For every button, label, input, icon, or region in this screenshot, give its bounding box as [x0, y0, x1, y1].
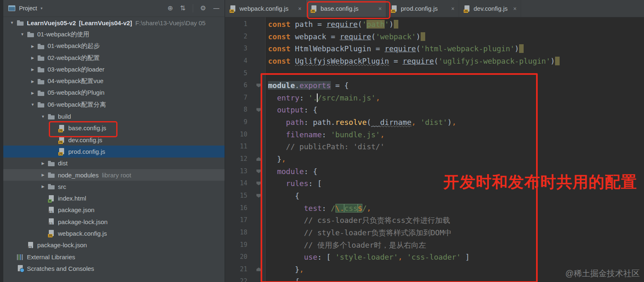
close-icon[interactable]: ×	[378, 5, 382, 12]
fold-marker-icon[interactable]	[256, 84, 261, 87]
tree-item-folder-03-loader[interactable]: ▶03-webpack的loader	[3, 64, 225, 75]
code-token	[268, 179, 286, 188]
fold-marker-icon[interactable]	[256, 108, 261, 112]
tree-item-root[interactable]: ▼LearnVuejs05-v2[LearnVuejs04-v2]F:\shar…	[3, 17, 225, 29]
jsfile-icon	[311, 5, 318, 12]
tree-open-arrow-icon[interactable]: ▼	[7, 21, 17, 25]
code-token: =	[331, 32, 340, 41]
line-number: 21	[225, 263, 247, 276]
tree-item-folder-01-start[interactable]: ▶01-webpack的起步	[3, 41, 225, 52]
tree-closed-arrow-icon[interactable]: ▶	[38, 184, 48, 189]
code-editor[interactable]: 1const path = require('path')2const webp…	[225, 17, 644, 282]
tree-item-build[interactable]: ▼build	[3, 110, 225, 122]
code-token: ,	[366, 204, 371, 213]
tree-item-folder-02-config[interactable]: ▶02-webpack的配置	[3, 52, 225, 64]
code-editor-region: webpack.config.js×base.config.js×prod.co…	[225, 0, 644, 282]
code-token: : [	[317, 253, 335, 261]
code-token: ,	[412, 118, 416, 127]
tree-item-base-config-js[interactable]: base.config.js	[3, 122, 225, 134]
tab-webpack-config-js[interactable]: webpack.config.js×	[225, 0, 306, 17]
tree-item-scratches-and-consoles[interactable]: Scratches and Consoles	[3, 263, 225, 274]
tree-item-index-html[interactable]: index.html	[3, 192, 225, 204]
tree-item-package-json[interactable]: package.json	[3, 204, 225, 216]
tab-label: prod.config.js	[401, 5, 438, 12]
tree-item-package-lock-json[interactable]: package-lock.json	[3, 216, 225, 227]
code-token: /src/main.js'	[317, 93, 376, 102]
code-token: filename	[286, 130, 322, 139]
tree-item-folder-01-usage[interactable]: ▼01-webpack的使用	[3, 29, 225, 40]
code-text: test: /\.css$/,	[268, 202, 371, 215]
tree-item-node-modules[interactable]: ▶node_moduleslibrary root	[3, 169, 225, 181]
line-number: 7	[225, 92, 247, 104]
code-line: 12 },	[225, 153, 644, 165]
tab-prod-config-js[interactable]: prod.config.js×	[386, 0, 459, 17]
close-icon[interactable]: ×	[451, 5, 455, 12]
collapse-all-icon[interactable]: ⇅	[180, 5, 185, 12]
folder-icon	[38, 66, 45, 73]
tree-item-folder-06-split[interactable]: ▼06-webpack配置分离	[3, 99, 225, 110]
code-line: 16 test: /\.css$/,	[225, 202, 644, 215]
line-number: 1	[225, 18, 247, 31]
line-number: 3	[225, 43, 247, 55]
tree-closed-arrow-icon[interactable]: ▶	[38, 161, 48, 165]
fold-marker-icon[interactable]	[256, 268, 261, 271]
code-token: css	[344, 204, 358, 213]
project-tool-window: Project ▼ ⊕⇅⚙— ▼LearnVuejs05-v2[LearnVue…	[3, 0, 225, 282]
code-token: require	[402, 57, 434, 65]
close-icon[interactable]: ×	[298, 5, 302, 12]
tree-item-folder-05-plugin[interactable]: ▶05-webpack的Plugin	[3, 87, 225, 99]
tab-base-config-js[interactable]: base.config.js×	[306, 0, 386, 17]
tree-closed-arrow-icon[interactable]: ▶	[28, 91, 37, 95]
code-token	[394, 20, 398, 29]
tree-closed-arrow-icon[interactable]: ▶	[28, 44, 37, 48]
fold-marker-icon[interactable]	[256, 157, 261, 161]
code-token: 'uglifyjs-webpack-plugin'	[438, 57, 551, 65]
scratch-icon	[17, 265, 24, 272]
tree-item-label: 01-webpack的起步	[48, 42, 100, 50]
locate-icon[interactable]: ⊕	[168, 5, 173, 12]
code-token: // css-loader只负责将css文件进行加载	[304, 216, 450, 225]
tree-closed-arrow-icon[interactable]: ▶	[38, 173, 48, 177]
code-text: rules: [	[268, 177, 322, 190]
code-token	[268, 216, 304, 225]
code-token: require	[326, 20, 358, 29]
tree-item-src[interactable]: ▶src	[3, 181, 225, 192]
tree-item-webpack-config-js[interactable]: webpack.config.js	[3, 227, 225, 239]
tree-item-dev-config-js[interactable]: dev.config.js	[3, 134, 225, 146]
tree-item-package-lock-json-root[interactable]: package-lock.json	[3, 239, 225, 251]
tree-item-external-libraries[interactable]: External Libraries	[3, 251, 225, 263]
code-token: )	[416, 32, 421, 41]
fold-marker-icon[interactable]	[256, 194, 261, 198]
tree-closed-arrow-icon[interactable]: ▶	[28, 67, 37, 72]
settings-gear-icon[interactable]: ⚙	[200, 5, 206, 12]
fold-marker-icon[interactable]	[256, 182, 261, 185]
window-left-edge	[0, 0, 3, 282]
tree-item-label: External Libraries	[27, 253, 75, 260]
code-token	[421, 32, 425, 41]
line-number: 16	[225, 202, 247, 215]
tree-open-arrow-icon[interactable]: ▼	[28, 103, 37, 107]
line-number: 15	[225, 190, 247, 202]
tree-open-arrow-icon[interactable]: ▼	[18, 32, 27, 36]
tree-closed-arrow-icon[interactable]: ▶	[28, 56, 37, 60]
tree-item-prod-config-js[interactable]: prod.config.js	[3, 146, 225, 157]
code-line: 6module.exports = {	[225, 79, 644, 92]
fold-marker-icon[interactable]	[256, 170, 261, 173]
chevron-down-icon[interactable]: ▼	[40, 7, 43, 10]
hide-panel-icon[interactable]: —	[213, 5, 220, 12]
code-token: '.	[309, 93, 318, 102]
close-icon[interactable]: ×	[513, 5, 517, 12]
tree-item-folder-04-vue[interactable]: ▶04-webpack配置vue	[3, 75, 225, 87]
code-token	[268, 241, 304, 249]
tree-closed-arrow-icon[interactable]: ▶	[28, 79, 37, 84]
tree-root-alias: [LearnVuejs04-v2]	[79, 19, 132, 26]
tab-dev-config-js[interactable]: dev.config.js×	[459, 0, 521, 17]
code-token: output	[277, 105, 304, 114]
line-number: 4	[225, 55, 247, 67]
tree-open-arrow-icon[interactable]: ▼	[38, 115, 48, 119]
jsonfile-icon	[27, 242, 34, 249]
tree-item-label: 05-webpack的Plugin	[48, 89, 105, 97]
tree-item-dist[interactable]: ▶dist	[3, 158, 225, 169]
libs-icon	[17, 254, 24, 260]
code-token: path	[286, 118, 304, 127]
